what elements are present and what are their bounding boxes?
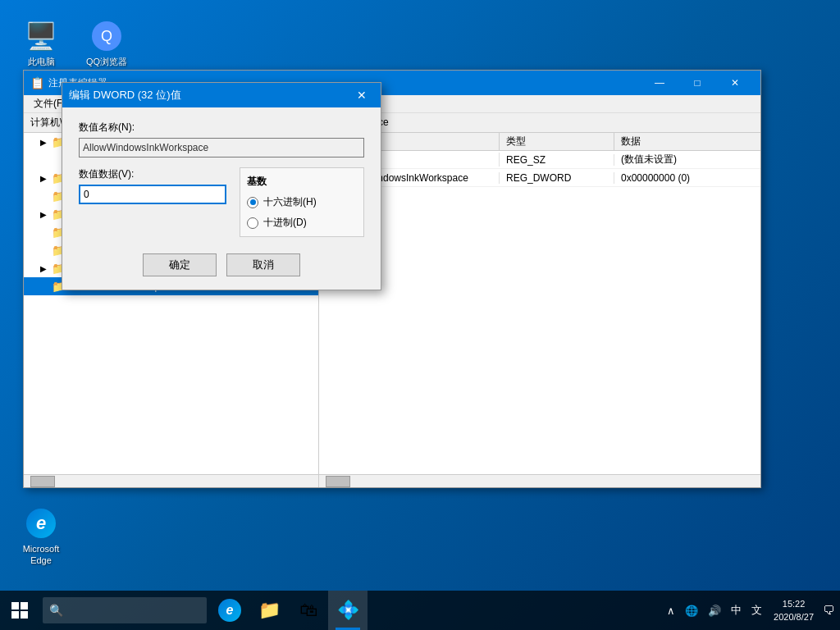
field-data-input[interactable] <box>79 185 226 204</box>
tray-network[interactable]: 🌐 <box>680 591 703 630</box>
radio-hex-label: 十六进制(H) <box>263 195 317 209</box>
taskbar-search[interactable]: 🔍 <box>43 597 207 623</box>
right-row-1[interactable]: 🔢 AllowWindowsInkWorkspace REG_DWORD 0x0… <box>319 169 760 187</box>
desktop-icon-thispc[interactable]: 🖥️ 此电脑 <box>12 16 70 71</box>
explorer-taskbar-icon: 📁 <box>258 600 281 621</box>
radio-hex-circle <box>247 197 258 208</box>
tray-volume[interactable]: 🔊 <box>703 591 726 630</box>
start-button[interactable] <box>0 591 39 630</box>
desktop: 🖥️ 此电脑 Q QQ浏览器 e MicrosoftEdge 📋 注册表编辑器 … <box>0 0 840 630</box>
right-panel: 名称 类型 数据 🔤 (默认) REG_SZ (数值未设置) <box>319 133 760 487</box>
dialog-buttons: 确定 取消 <box>79 250 364 276</box>
tray-ime-lang[interactable]: 中 <box>726 591 746 630</box>
tree-arrow: ▶ <box>40 210 50 219</box>
base-label: 基数 <box>247 175 357 189</box>
taskbar-apps: e 📁 🛍 💠 <box>210 591 368 630</box>
dialog-body: 数值名称(N): 数值数据(V): 基数 十六进制(H) <box>62 107 381 290</box>
thispc-icon: 🖥️ <box>25 20 57 52</box>
radio-group: 十六进制(H) 十进制(D) <box>247 195 357 230</box>
taskbar: 🔍 e 📁 🛍 💠 ∧ 🌐 <box>0 591 840 630</box>
edit-dword-dialog: 编辑 DWORD (32 位)值 ✕ 数值名称(N): 数值数据(V): 基数 … <box>62 82 381 290</box>
tree-hscrollbar[interactable] <box>24 474 318 487</box>
right-row-0[interactable]: 🔤 (默认) REG_SZ (数值未设置) <box>319 151 760 169</box>
svg-rect-1 <box>21 602 28 609</box>
desktop-icon-edge[interactable]: e MicrosoftEdge <box>12 504 70 570</box>
ok-button[interactable]: 确定 <box>143 253 217 276</box>
cell-data-1: 0x00000000 (0) <box>614 172 760 184</box>
cell-data-0: (数值未设置) <box>614 153 760 167</box>
edge-label: MicrosoftEdge <box>23 543 60 567</box>
field-name-label: 数值名称(N): <box>79 121 364 135</box>
tree-arrow: ▶ <box>40 174 50 183</box>
cell-type-0: REG_SZ <box>500 154 614 166</box>
regedit-taskbar-icon: 💠 <box>337 600 359 621</box>
base-group: 基数 十六进制(H) 十进制(D) <box>240 167 364 237</box>
svg-rect-0 <box>11 602 19 609</box>
store-taskbar-icon: 🛍 <box>299 600 317 621</box>
cancel-button[interactable]: 取消 <box>226 253 300 276</box>
taskbar-app-store[interactable]: 🛍 <box>289 591 328 630</box>
dialog-titlebar: 编辑 DWORD (32 位)值 ✕ <box>62 83 381 107</box>
svg-rect-3 <box>21 611 28 619</box>
network-icon: 🌐 <box>685 605 698 617</box>
window-controls: — □ ✕ <box>641 71 754 95</box>
ime-mode-text: 文 <box>751 603 762 618</box>
col-header-type: 类型 <box>500 133 614 150</box>
dialog-title: 编辑 DWORD (32 位)值 <box>69 88 349 103</box>
right-hscrollbar[interactable] <box>319 474 760 487</box>
radio-dec[interactable]: 十进制(D) <box>247 216 357 230</box>
desktop-icon-qqbrowser[interactable]: Q QQ浏览器 <box>78 16 135 71</box>
close-button[interactable]: ✕ <box>716 71 754 95</box>
taskbar-tray: ∧ 🌐 🔊 中 文 15:22 2020/8/27 🗨 <box>659 591 840 630</box>
dialog-values-row: 数值数据(V): 基数 十六进制(H) 十进制(D) <box>79 167 364 237</box>
tray-date: 2020/8/27 <box>774 610 814 624</box>
radio-dec-label: 十进制(D) <box>263 216 307 230</box>
col-header-data: 数据 <box>614 133 760 150</box>
qqbrowser-icon: Q <box>90 20 123 52</box>
taskbar-app-regedit[interactable]: 💠 <box>328 591 368 630</box>
field-data-label: 数值数据(V): <box>79 167 226 181</box>
radio-hex[interactable]: 十六进制(H) <box>247 195 357 209</box>
minimize-button[interactable]: — <box>641 71 678 95</box>
radio-dec-circle <box>247 217 258 229</box>
taskbar-app-explorer[interactable]: 📁 <box>249 591 289 630</box>
tray-clock[interactable]: 15:22 2020/8/27 <box>767 591 820 630</box>
tree-arrow: ▶ <box>40 138 50 147</box>
svg-rect-2 <box>11 611 19 619</box>
search-icon: 🔍 <box>49 604 63 617</box>
dialog-left-col: 数值数据(V): <box>79 167 226 237</box>
dialog-close-button[interactable]: ✕ <box>349 83 374 107</box>
tray-ime-mode[interactable]: 文 <box>746 591 767 630</box>
tray-notification[interactable]: 🗨 <box>820 591 837 630</box>
maximize-button[interactable]: □ <box>678 71 716 95</box>
tree-arrow: ▶ <box>40 264 50 273</box>
volume-icon: 🔊 <box>708 605 721 617</box>
tray-chevron[interactable]: ∧ <box>662 591 680 630</box>
windows-logo-icon <box>11 602 28 619</box>
qqbrowser-label: QQ浏览器 <box>86 56 127 67</box>
cell-type-1: REG_DWORD <box>500 172 614 184</box>
tray-time: 15:22 <box>783 597 806 611</box>
regedit-title-icon: 📋 <box>30 76 43 89</box>
right-panel-content: 🔤 (默认) REG_SZ (数值未设置) 🔢 AllowWindowsInkW… <box>319 151 760 474</box>
edge-desktop-icon: e <box>25 507 57 540</box>
field-name-input[interactable] <box>79 138 364 158</box>
ime-lang-text: 中 <box>731 603 742 618</box>
notification-icon: 🗨 <box>823 604 834 617</box>
taskbar-app-edge[interactable]: e <box>210 591 249 630</box>
thispc-label: 此电脑 <box>28 56 55 67</box>
right-panel-header: 名称 类型 数据 <box>319 133 760 151</box>
edge-taskbar-icon: e <box>218 599 241 622</box>
